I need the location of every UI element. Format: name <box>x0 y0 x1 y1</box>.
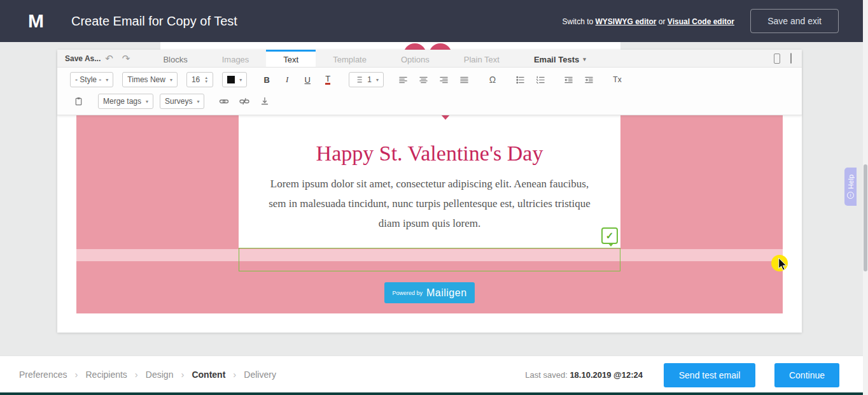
save-and-exit-button[interactable]: Save and exit <box>750 9 839 33</box>
underline-button[interactable]: U <box>299 72 316 87</box>
surveys-label: Surveys <box>165 97 192 106</box>
editor-toolbar: Save As... ↶ ↷ Blocks Images Text Templa… <box>57 50 802 115</box>
mouse-cursor-icon <box>777 258 788 271</box>
style-dropdown[interactable]: - Style - ▾ <box>70 72 113 87</box>
insert-row: Merge tags ▾ Surveys ▾ <box>57 90 802 115</box>
check-icon: ✓ <box>606 230 614 241</box>
chevron-down-icon: ▾ <box>197 99 199 104</box>
breadcrumb-delivery[interactable]: Delivery <box>244 370 276 380</box>
footer-bar: Preferences › Recipients › Design › Cont… <box>0 356 868 392</box>
tab-blocks-label: Blocks <box>163 55 187 64</box>
undo-icon[interactable]: ↶ <box>101 50 118 67</box>
text-highlight-button[interactable]: T <box>319 72 336 87</box>
tab-template[interactable]: Template <box>316 50 384 67</box>
ordered-list-icon[interactable] <box>533 72 549 87</box>
help-tab[interactable]: Help i <box>844 168 857 206</box>
tab-text[interactable]: Text <box>266 50 316 67</box>
tab-email-tests-label: Email Tests <box>534 55 579 64</box>
list-level-value: 1 <box>367 75 372 84</box>
remove-link-icon[interactable] <box>236 94 253 109</box>
powered-by-badge[interactable]: Powered by Mailigen <box>384 282 475 303</box>
send-test-email-button[interactable]: Send test email <box>664 363 755 387</box>
chevron-down-icon: ▾ <box>146 99 148 104</box>
color-swatch <box>227 76 235 83</box>
tab-email-tests[interactable]: Email Tests ▾ <box>517 50 603 67</box>
scrollbar[interactable] <box>863 0 868 395</box>
chevron-right-icon: › <box>233 369 236 380</box>
breadcrumb: Preferences › Recipients › Design › Cont… <box>19 356 276 392</box>
tab-spacer <box>603 50 774 67</box>
breadcrumb-content[interactable]: Content <box>192 370 225 380</box>
selected-empty-block[interactable] <box>239 248 620 271</box>
page-title: Create Email for Copy of Test <box>71 14 237 29</box>
redo-icon[interactable]: ↷ <box>118 50 135 67</box>
info-icon: i <box>847 192 854 199</box>
heart-lobe-left <box>403 43 426 50</box>
mobile-preview-icon[interactable] <box>774 54 780 64</box>
chevron-right-icon: › <box>135 369 138 380</box>
desktop-preview-icon[interactable] <box>790 54 792 63</box>
bottom-edge-bar <box>0 392 868 395</box>
merge-tags-dropdown[interactable]: Merge tags ▾ <box>98 94 153 109</box>
stepper-arrows[interactable]: ▲▼ <box>204 76 208 83</box>
text-highlight-glyph: T <box>325 75 330 85</box>
outdent-icon[interactable] <box>561 72 577 87</box>
paste-icon[interactable] <box>70 94 87 109</box>
italic-button[interactable]: I <box>279 72 295 87</box>
email-body-text[interactable]: Lorem ipsum dolor sit amet, consectetur … <box>262 174 598 233</box>
email-content-block[interactable]: Happy St. Valentine's Day Lorem ipsum do… <box>239 108 620 248</box>
save-as-button[interactable]: Save As... <box>65 50 101 67</box>
list-style-dropdown[interactable]: 1 ▾ <box>349 72 384 87</box>
insert-link-icon[interactable] <box>216 94 232 109</box>
email-heading[interactable]: Happy St. Valentine's Day <box>239 141 620 166</box>
confirm-block-badge[interactable]: ✓ <box>601 227 618 244</box>
align-right-icon[interactable] <box>436 72 452 87</box>
surveys-dropdown[interactable]: Surveys ▾ <box>160 94 204 109</box>
chevron-down-icon: ▾ <box>239 77 242 83</box>
heart-lobe-right <box>429 43 452 50</box>
last-saved-label: Last saved: <box>525 370 568 380</box>
bold-button[interactable]: B <box>258 72 275 87</box>
font-family-dropdown[interactable]: Times New ▾ <box>122 72 178 87</box>
wysiwyg-editor-link[interactable]: WYSIWYG editor <box>596 17 657 26</box>
align-center-icon[interactable] <box>416 72 432 87</box>
email-scrolled-peek <box>160 42 620 50</box>
tab-images[interactable]: Images <box>205 50 267 67</box>
align-left-icon[interactable] <box>395 72 412 87</box>
chevron-right-icon: › <box>74 369 78 380</box>
chevron-down-icon: ▾ <box>170 77 172 83</box>
font-size-stepper[interactable]: 16 ▲▼ <box>186 72 213 87</box>
formatting-row: - Style - ▾ Times New ▾ 16 ▲▼ ▾ B I U <box>57 68 802 90</box>
clear-formatting-button[interactable]: Tx <box>609 72 626 87</box>
text-color-dropdown[interactable]: ▾ <box>222 72 247 87</box>
breadcrumb-recipients[interactable]: Recipients <box>85 370 127 380</box>
tab-blocks[interactable]: Blocks <box>146 50 204 67</box>
mailigen-logo[interactable]: M <box>28 10 45 32</box>
chevron-down-icon: ▾ <box>376 77 379 83</box>
switch-or: or <box>659 17 666 26</box>
tab-options[interactable]: Options <box>384 50 447 67</box>
anchor-icon[interactable] <box>256 94 273 109</box>
font-size-value: 16 <box>192 75 200 84</box>
font-family-value: Times New <box>127 75 165 84</box>
powered-by-label: Powered by <box>392 290 423 296</box>
style-dropdown-value: - Style - <box>75 75 101 84</box>
align-justify-icon[interactable] <box>456 72 473 87</box>
merge-tags-label: Merge tags <box>103 97 141 106</box>
special-character-button[interactable]: Ω <box>484 72 501 87</box>
help-tab-label: Help <box>847 175 855 189</box>
tab-text-label: Text <box>283 55 298 64</box>
continue-button[interactable]: Continue <box>774 363 839 387</box>
editor-switch-links: Switch to WYSIWYG editor or Visual Code … <box>562 17 734 26</box>
visual-code-editor-link[interactable]: Visual Code editor <box>668 17 734 26</box>
stepper-down-icon[interactable]: ▼ <box>204 80 208 83</box>
tab-plain-text[interactable]: Plain Text <box>447 50 517 67</box>
indent-icon[interactable] <box>581 72 598 87</box>
breadcrumb-preferences[interactable]: Preferences <box>19 370 67 380</box>
breadcrumb-design[interactable]: Design <box>146 370 174 380</box>
app-header: M Create Email for Copy of Test Switch t… <box>0 0 868 42</box>
unordered-list-icon[interactable] <box>512 72 529 87</box>
scrollbar-thumb[interactable] <box>864 164 867 271</box>
preview-device-buttons <box>774 50 792 67</box>
chevron-down-icon: ▾ <box>583 56 586 62</box>
